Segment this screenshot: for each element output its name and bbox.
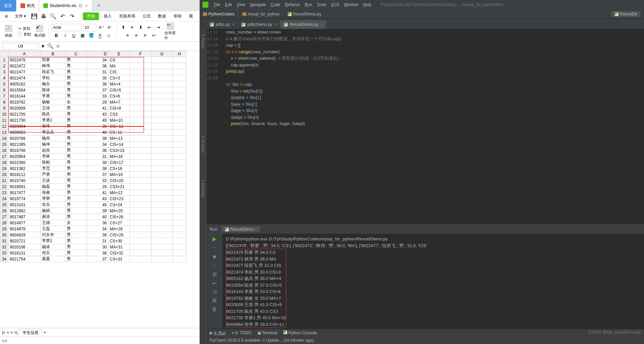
- cell[interactable]: 9022360: [8, 160, 41, 166]
- cell[interactable]: 30: [87, 75, 108, 81]
- cell[interactable]: 杨敏: [41, 99, 65, 105]
- cell[interactable]: 男: [65, 141, 87, 148]
- run-output[interactable]: D:\Python\python.exe D:/TyhStudy/PythonC…: [222, 234, 644, 329]
- cell[interactable]: [130, 129, 151, 135]
- border-icon[interactable]: ▦: [79, 32, 86, 39]
- cell[interactable]: 38: [87, 81, 108, 87]
- cell[interactable]: [173, 148, 186, 154]
- cell[interactable]: 杨杰: [41, 135, 65, 141]
- cell[interactable]: 男: [65, 178, 87, 184]
- cell[interactable]: [173, 178, 186, 184]
- cell[interactable]: CS+24: [108, 202, 130, 208]
- cell[interactable]: CIS+17: [108, 160, 130, 166]
- add-sheet-icon[interactable]: +: [44, 330, 46, 335]
- cell[interactable]: [173, 111, 186, 117]
- menu-refactor[interactable]: Refactor: [283, 2, 302, 7]
- cell[interactable]: 陈刚: [41, 160, 65, 166]
- cell[interactable]: 9019782: [8, 99, 41, 105]
- cell[interactable]: CIS+20: [108, 178, 130, 184]
- cell[interactable]: CIS: [108, 69, 130, 75]
- cell[interactable]: [173, 202, 186, 208]
- cell[interactable]: 男: [65, 196, 87, 202]
- menu-insert[interactable]: 插入: [101, 13, 114, 19]
- cell[interactable]: 杨坤: [41, 141, 65, 148]
- cell[interactable]: [151, 172, 173, 178]
- cell[interactable]: [130, 81, 151, 87]
- cell[interactable]: [173, 226, 186, 232]
- cell[interactable]: [130, 160, 151, 166]
- cell[interactable]: [130, 244, 151, 250]
- menu-run[interactable]: Run: [303, 2, 314, 7]
- cell[interactable]: [130, 111, 151, 117]
- cell[interactable]: 9015554: [8, 87, 41, 93]
- cell[interactable]: MA+4: [108, 81, 130, 87]
- align-top-icon[interactable]: ⬆: [119, 24, 127, 31]
- cell[interactable]: 9009883: [8, 129, 41, 135]
- cell[interactable]: 29: [87, 99, 108, 105]
- cell[interactable]: 段若飞: [41, 69, 65, 75]
- tab-file[interactable]: StudentInfo.xls ⧉ ×: [39, 0, 92, 11]
- project-tool-button[interactable]: 1: Project: [201, 34, 205, 48]
- preview-icon[interactable]: 🔍: [49, 13, 57, 20]
- cell[interactable]: CS+3: [108, 75, 130, 81]
- cell[interactable]: 9018131: [8, 250, 41, 256]
- cell[interactable]: 男: [65, 93, 87, 99]
- cell[interactable]: MA+13: [108, 135, 130, 141]
- indent-inc-icon[interactable]: ⇥: [154, 24, 162, 31]
- cell[interactable]: [130, 117, 151, 123]
- cell[interactable]: 张伟: [41, 123, 65, 129]
- cell[interactable]: 9020721: [8, 238, 41, 244]
- tool-pyconsole[interactable]: Python Console: [283, 330, 317, 335]
- cell[interactable]: 男: [65, 184, 87, 190]
- cell[interactable]: 29: [87, 184, 108, 190]
- cell[interactable]: [130, 93, 151, 99]
- name-box[interactable]: [2, 43, 39, 50]
- nav-prev-icon[interactable]: <: [7, 330, 9, 335]
- print-icon[interactable]: 🖶: [40, 13, 47, 20]
- cell[interactable]: 9013101: [8, 202, 41, 208]
- layout-icon[interactable]: ⊞: [212, 272, 217, 277]
- cell[interactable]: 9020106: [8, 244, 41, 250]
- cell[interactable]: [130, 190, 151, 196]
- cell[interactable]: 李昆: [41, 166, 65, 172]
- cell[interactable]: [130, 196, 151, 202]
- bold-icon[interactable]: B: [53, 32, 60, 39]
- cell[interactable]: 37: [87, 87, 108, 93]
- cell[interactable]: 谢涛: [41, 214, 65, 220]
- cell[interactable]: [151, 208, 173, 214]
- cell[interactable]: [130, 238, 151, 244]
- cell[interactable]: 男: [65, 190, 87, 196]
- cell[interactable]: [151, 123, 173, 129]
- align-bot-icon[interactable]: ⬇: [137, 24, 144, 31]
- run-config-selector[interactable]: RexcelDe: [611, 11, 641, 17]
- italic-icon[interactable]: I: [61, 32, 69, 39]
- cell[interactable]: [151, 117, 173, 123]
- cell[interactable]: 男: [65, 208, 87, 214]
- favorites-tool-button[interactable]: 2: Favorites: [201, 180, 205, 197]
- cell[interactable]: MA+31: [108, 244, 130, 250]
- decrease-font-icon[interactable]: A⁻: [106, 24, 114, 31]
- cell[interactable]: 41: [87, 190, 108, 196]
- menu-start[interactable]: 开始: [83, 12, 99, 20]
- cell[interactable]: [151, 190, 173, 196]
- close-icon[interactable]: ×: [232, 22, 235, 27]
- cell[interactable]: CS3+21: [108, 184, 130, 190]
- cell[interactable]: 男: [65, 160, 87, 166]
- cell[interactable]: 9019774: [8, 196, 41, 202]
- scroll-icon[interactable]: ⇲: [212, 289, 217, 294]
- cell[interactable]: 男: [65, 69, 87, 75]
- cell[interactable]: 36: [87, 148, 108, 154]
- cell[interactable]: [151, 63, 173, 69]
- cell[interactable]: 9016591: [8, 184, 41, 190]
- menu-vcs[interactable]: VCS: [329, 2, 341, 7]
- cell[interactable]: [151, 202, 173, 208]
- cell[interactable]: 9021730: [8, 117, 41, 123]
- menu-review[interactable]: 审阅: [171, 13, 184, 19]
- cell[interactable]: CS+27: [108, 220, 130, 226]
- cell[interactable]: [173, 184, 186, 190]
- cell[interactable]: CS+30: [108, 238, 130, 244]
- close-icon[interactable]: ×: [85, 3, 88, 8]
- breadcrumb-root[interactable]: PythonCodes: [203, 12, 234, 16]
- nav-first-icon[interactable]: |<: [2, 330, 5, 335]
- menu-formula[interactable]: 公式: [140, 13, 153, 19]
